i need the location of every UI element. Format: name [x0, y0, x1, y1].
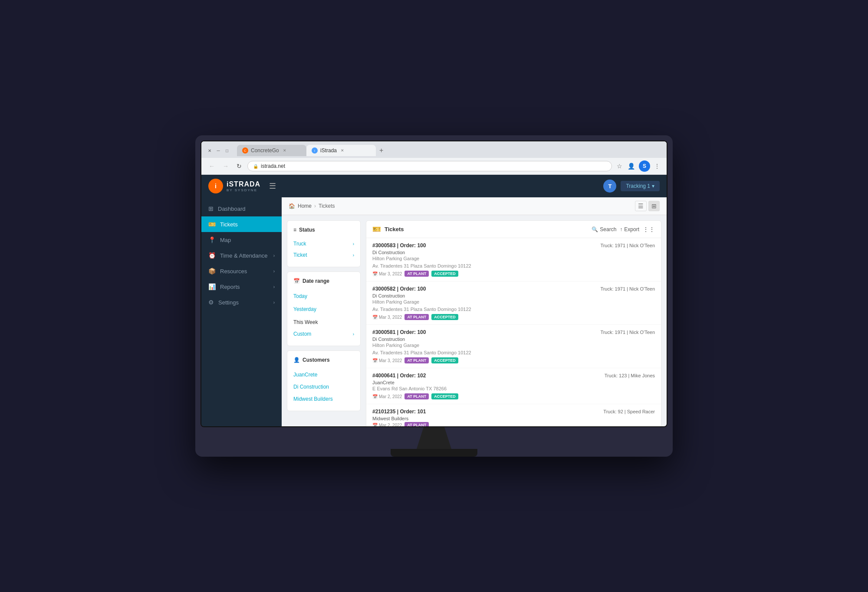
date-custom[interactable]: Custom › — [293, 328, 354, 340]
ticket-customer: Di Construction — [372, 293, 655, 298]
ticket-date: 📅 Mar 2, 2022 — [372, 394, 402, 399]
sidebar-item-settings[interactable]: ⚙ Settings › — [201, 294, 282, 310]
sidebar-item-reports[interactable]: 📊 Reports › — [201, 279, 282, 294]
ticket-id: #3000583 | Order: 100 — [372, 242, 426, 249]
custom-chevron-icon: › — [353, 332, 354, 337]
sidebar-item-tickets[interactable]: 🎫 Tickets — [201, 216, 282, 232]
ticket-top-line: #3000581 | Order: 100 Truck: 1971 | Nick… — [372, 329, 655, 335]
columns-button[interactable]: ⋮⋮ — [643, 226, 655, 233]
tracking-badge[interactable]: Tracking 1 ▾ — [621, 181, 660, 191]
sidebar-item-dashboard-label: Dashboard — [218, 206, 246, 212]
breadcrumb-current: Tickets — [319, 203, 335, 209]
ticket-customer: Midwest Builders — [372, 416, 655, 421]
home-icon: 🏠 — [289, 203, 295, 209]
sidebar-item-dashboard[interactable]: ⊞ Dashboard — [201, 201, 282, 216]
bookmark-icon[interactable]: ☆ — [615, 161, 624, 171]
ticket-date: 📅 Mar 3, 2022 — [372, 271, 402, 276]
ticket-row[interactable]: #4000641 | Order: 102 Truck: 123 | Mike … — [366, 368, 661, 404]
istrada-favicon: i — [312, 147, 318, 154]
breadcrumb-bar: 🏠 Home › Tickets ☰ ⊞ — [282, 197, 667, 215]
ticket-location: Hilton Parking Garage — [372, 343, 655, 348]
tab-concretego-close[interactable]: ✕ — [282, 147, 288, 154]
date-today[interactable]: Today — [293, 289, 354, 302]
ticket-date: 📅 Mar 3, 2022 — [372, 358, 402, 363]
logo-text: iSTRADA — [227, 180, 260, 188]
customer-midwest-builders[interactable]: Midwest Builders — [293, 392, 354, 405]
ticket-bottom-line: 📅 Mar 3, 2022 AT PLANT ACCEPTED — [372, 271, 655, 277]
filter-truck[interactable]: Truck › — [293, 238, 354, 249]
new-tab-button[interactable]: + — [376, 145, 387, 156]
maximize-window-btn[interactable]: □ — [224, 147, 230, 154]
badge-at-plant: AT PLANT — [404, 422, 429, 426]
ticket-top-line: #3000583 | Order: 100 Truck: 1971 | Nick… — [372, 242, 655, 249]
ticket-row[interactable]: #3000581 | Order: 100 Truck: 1971 | Nick… — [366, 325, 661, 368]
customer-di-construction[interactable]: Di Construction — [293, 380, 354, 392]
monitor: ✕ ─ □ C ConcreteGo ✕ i iStrada ✕ + — [195, 135, 673, 457]
app-user-avatar[interactable]: T — [603, 180, 616, 193]
ticket-id: #3000582 | Order: 100 — [372, 286, 426, 292]
time-chevron-icon: › — [273, 253, 275, 258]
back-button[interactable]: ← — [207, 161, 217, 171]
tab-istrada-close[interactable]: ✕ — [339, 147, 345, 154]
tab-concretego[interactable]: C ConcreteGo ✕ — [237, 145, 306, 156]
export-label: Export — [624, 226, 639, 232]
date-filter-card: 📅 Date range Today Yesterday — [287, 271, 361, 346]
sidebar-item-resources[interactable]: 📦 Resources › — [201, 263, 282, 279]
sidebar-item-time-attendance[interactable]: ⏰ Time & Attendance › — [201, 248, 282, 263]
browser-toolbar: ← → ↻ 🔒 istrada.net ☆ 👤 S ⋮ — [201, 158, 667, 175]
ticket-date: 📅 Mar 2, 2022 — [372, 423, 402, 427]
address-bar[interactable]: 🔒 istrada.net — [247, 161, 612, 171]
sidebar: ⊞ Dashboard 🎫 Tickets 📍 Map ⏰ Time & Att… — [201, 197, 282, 426]
chrome-user-avatar[interactable]: S — [639, 160, 650, 172]
sidebar-item-settings-label: Settings — [218, 299, 239, 306]
breadcrumb-home[interactable]: Home — [298, 203, 312, 209]
app-wrapper: i iSTRADA BY SYSDYNE ☰ T Tracking 1 ▾ — [201, 175, 667, 426]
time-icon: ⏰ — [208, 252, 216, 259]
calendar-icon: 📅 — [372, 423, 378, 427]
grid-view-button[interactable]: ⊞ — [648, 201, 660, 211]
monitor-base — [391, 449, 477, 457]
date-yesterday[interactable]: Yesterday — [293, 302, 354, 315]
ticket-address: Av. Tiradentes 31 Plaza Santo Domingo 10… — [372, 350, 655, 355]
ticket-truck: Truck: 123 | Mike Jones — [605, 373, 655, 378]
calendar-icon: 📅 — [372, 315, 378, 320]
logo-text-block: iSTRADA BY SYSDYNE — [227, 180, 260, 192]
reload-button[interactable]: ↻ — [234, 161, 244, 171]
ticket-location: Hilton Parking Garage — [372, 256, 655, 261]
left-panel: ≡ Status Truck › Ticket › — [287, 220, 361, 426]
ticket-row[interactable]: #2101235 | Order: 101 Truck: 92 | Speed … — [366, 404, 661, 426]
sidebar-item-time-label: Time & Attendance — [220, 252, 267, 259]
settings-icon: ⚙ — [208, 299, 214, 306]
close-window-btn[interactable]: ✕ — [207, 147, 213, 154]
right-panel: 🎫 Tickets 🔍 Search ↑ Export — [366, 220, 661, 426]
menu-icon[interactable]: ⋮ — [653, 161, 661, 171]
tickets-card: 🎫 Tickets 🔍 Search ↑ Export — [366, 220, 661, 426]
list-view-button[interactable]: ☰ — [635, 201, 647, 211]
export-button[interactable]: ↑ Export — [620, 226, 639, 232]
ticket-top-line: #3000582 | Order: 100 Truck: 1971 | Nick… — [372, 286, 655, 292]
tracking-chevron-icon: ▾ — [652, 183, 654, 189]
browser-chrome: ✕ ─ □ C ConcreteGo ✕ i iStrada ✕ + — [201, 141, 667, 175]
window-controls: ✕ ─ □ — [207, 147, 230, 154]
date-this-week[interactable]: This Week — [293, 315, 354, 328]
ticket-top-line: #2101235 | Order: 101 Truck: 92 | Speed … — [372, 409, 655, 415]
minimize-window-btn[interactable]: ─ — [215, 147, 221, 154]
ticket-address: Av. Tiradentes 31 Plaza Santo Domingo 10… — [372, 263, 655, 268]
app-header: i iSTRADA BY SYSDYNE ☰ T Tracking 1 ▾ — [201, 175, 667, 197]
export-icon: ↑ — [620, 226, 622, 232]
date-icon: 📅 — [293, 278, 300, 284]
sidebar-item-map-label: Map — [220, 237, 231, 243]
tickets-icon: 🎫 — [208, 221, 216, 228]
sidebar-item-map[interactable]: 📍 Map — [201, 232, 282, 248]
customer-juancrete[interactable]: JuanCrete — [293, 368, 354, 380]
lock-icon: 🔒 — [253, 164, 258, 169]
ticket-row[interactable]: #3000583 | Order: 100 Truck: 1971 | Nick… — [366, 238, 661, 281]
search-button[interactable]: 🔍 Search — [592, 226, 616, 232]
profile-icon[interactable]: 👤 — [626, 161, 636, 171]
filter-ticket[interactable]: Ticket › — [293, 249, 354, 261]
ticket-bottom-line: 📅 Mar 2, 2022 AT PLANT ACCEPTED — [372, 393, 655, 399]
tab-istrada[interactable]: i iStrada ✕ — [306, 145, 376, 156]
hamburger-button[interactable]: ☰ — [269, 181, 276, 191]
ticket-row[interactable]: #3000582 | Order: 100 Truck: 1971 | Nick… — [366, 281, 661, 325]
forward-button[interactable]: → — [220, 161, 231, 171]
